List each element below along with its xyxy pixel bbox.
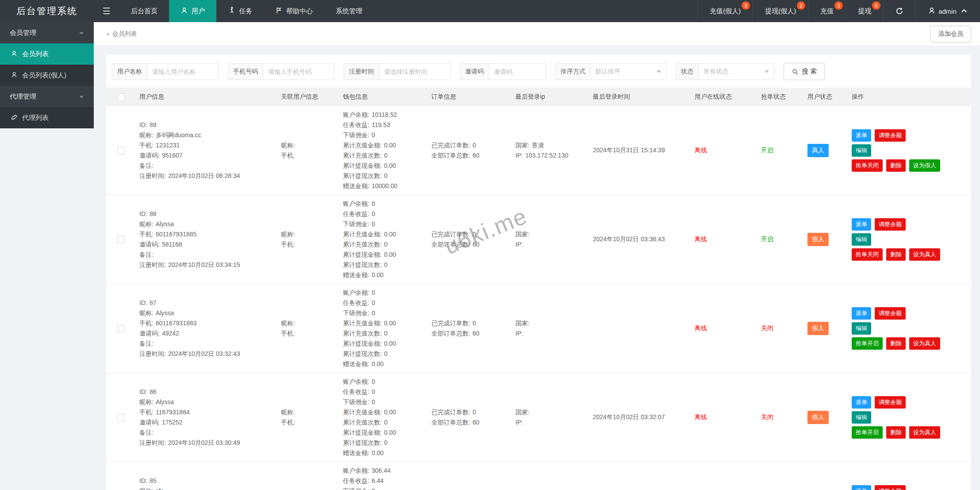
hamburger-icon[interactable]: ☰: [94, 0, 119, 22]
table-row: ID:87 昵称:Alyssa 手机:601167931883 邀请码:4924…: [106, 284, 971, 373]
adjust-balance-button[interactable]: 调整余额: [875, 218, 906, 231]
top-navbar: 后台管理系统 ☰ 后台首页 用户 任务 帮助中心 系统管理 充值(假人) 3 提…: [0, 0, 980, 22]
user-id: 85: [150, 477, 157, 484]
edit-button[interactable]: 编辑: [852, 322, 871, 335]
nav-item-users[interactable]: 用户: [169, 0, 216, 22]
wallet-balance: 0: [372, 378, 375, 385]
edit-button[interactable]: 编辑: [852, 411, 871, 424]
col-actions: 操作: [845, 93, 971, 101]
user-nickname: Alyssa: [156, 398, 174, 405]
nav-item-system[interactable]: 系统管理: [324, 0, 374, 22]
delete-button[interactable]: 删除: [886, 426, 906, 439]
breadcrumb: »会员列表: [106, 30, 137, 38]
last-ip-cell: 国家: IP:: [509, 229, 586, 250]
row-checkbox[interactable]: [117, 414, 125, 421]
wallet-recharge-count: 0: [384, 152, 388, 159]
table-row: ID:89 昵称:多码网duoma.cc 手机:1231231 邀请码:9516…: [106, 106, 971, 195]
orders-cell: 已完成订单数:0 全部订单总数:60: [425, 229, 509, 250]
invite-code-input[interactable]: [489, 64, 546, 79]
sidebar-item-member-list[interactable]: 会员列表: [0, 43, 94, 65]
user-reg-time: 2024年10月02日 03:34:15: [168, 261, 240, 268]
table-row: ID:85 昵称:sfa 手机:1167931883 邀请码:29314 备注:…: [106, 462, 971, 490]
grab-toggle-button[interactable]: 抢单开启: [852, 337, 883, 350]
user-info-cell: ID:85 昵称:sfa 手机:1167931883 邀请码:29314 备注:…: [133, 476, 274, 490]
edit-button[interactable]: 编辑: [852, 233, 871, 246]
add-member-button[interactable]: 添加会员: [930, 26, 971, 42]
user-info-cell: ID:89 昵称:多码网duoma.cc 手机:1231231 邀请码:9516…: [133, 120, 274, 181]
username-input[interactable]: [147, 64, 218, 79]
wallet-gift-amount: 0.00: [372, 271, 384, 278]
sort-select[interactable]: 默认排序: [591, 64, 666, 79]
sidebar-group-agent-mgmt[interactable]: 代理管理: [0, 86, 94, 107]
set-type-button[interactable]: 设为假人: [909, 159, 940, 172]
nav-item-tasks[interactable]: 任务: [216, 0, 264, 22]
sidebar-group-member-mgmt[interactable]: 会员管理: [0, 22, 94, 43]
dispatch-order-button[interactable]: 派单: [852, 396, 871, 409]
nav-recharge[interactable]: 充值 2: [808, 0, 845, 22]
user-invite-code: 951607: [162, 152, 183, 159]
row-checkbox[interactable]: [117, 236, 125, 243]
nav-recharge-fake[interactable]: 充值(假人) 3: [697, 0, 753, 22]
edit-button[interactable]: 编辑: [852, 144, 871, 157]
user-menu[interactable]: admin: [915, 0, 980, 22]
row-checkbox[interactable]: [117, 325, 125, 332]
nav-item-home[interactable]: 后台首页: [119, 0, 169, 22]
user-type-badge: 假人: [801, 322, 845, 335]
last-login-time: 2024年10月31日 15:14:39: [586, 147, 688, 154]
orders-cell: 已完成订单数:0 全部订单总数:60: [425, 140, 509, 161]
dispatch-order-button[interactable]: 派单: [852, 307, 871, 320]
user-invite-code: 49242: [162, 330, 179, 337]
wallet-gift-amount: 0.00: [372, 449, 384, 456]
wallet-gift-amount: 10000.00: [372, 182, 397, 189]
wallet-balance: 306.44: [372, 467, 391, 474]
wallet-task-income: 6.44: [372, 477, 384, 484]
delete-button[interactable]: 删除: [886, 337, 906, 350]
dispatch-order-button[interactable]: 派单: [852, 218, 871, 231]
sidebar: 会员管理 会员列表 会员列表(假人) 代理管理 代理列表: [0, 22, 94, 490]
dispatch-order-button[interactable]: 派单: [852, 129, 871, 142]
set-type-button[interactable]: 设为真人: [909, 337, 940, 350]
adjust-balance-button[interactable]: 调整余额: [875, 485, 906, 490]
phone-input[interactable]: [263, 64, 334, 79]
sidebar-item-member-list-fake[interactable]: 会员列表(假人): [0, 65, 94, 86]
login-ip: 103.172.52.130: [525, 152, 568, 159]
nav-item-help[interactable]: 帮助中心: [264, 0, 324, 22]
search-button[interactable]: 搜 索: [784, 63, 825, 80]
dispatch-order-button[interactable]: 派单: [852, 485, 871, 490]
delete-button[interactable]: 删除: [886, 159, 906, 172]
chevron-down-icon: [79, 94, 84, 99]
adjust-balance-button[interactable]: 调整余额: [875, 396, 906, 409]
nav-withdraw-fake[interactable]: 提现(假人) 2: [753, 0, 808, 22]
filter-invite: 邀请码: [460, 63, 546, 80]
delete-button[interactable]: 删除: [886, 248, 906, 261]
sidebar-item-agent-list[interactable]: 代理列表: [0, 107, 94, 128]
select-all-checkbox[interactable]: [117, 93, 125, 101]
wallet-sub-commission: 0: [372, 398, 375, 405]
grab-toggle-button[interactable]: 抢单开启: [852, 426, 883, 439]
orders-cell: 已完成订单数:0 全部订单总数:60: [425, 318, 509, 339]
app-title: 后台管理系统: [0, 0, 94, 22]
main-nav: 后台首页 用户 任务 帮助中心 系统管理: [119, 0, 374, 22]
set-type-button[interactable]: 设为真人: [909, 426, 940, 439]
refresh-icon[interactable]: [883, 0, 915, 22]
adjust-balance-button[interactable]: 调整余额: [875, 307, 906, 320]
wallet-cell: 账户余额:306.44 任务收益:6.44 下级佣金:0 累计充值金额:300.…: [338, 466, 425, 490]
wallet-withdraw-count: 0: [384, 439, 388, 446]
actions-cell: 派单 调整余额 编辑 抢单关闭 删除 设为假人: [845, 485, 971, 490]
search-icon: [792, 68, 799, 75]
row-checkbox[interactable]: [117, 147, 125, 154]
regtime-input[interactable]: [379, 64, 450, 79]
user-phone: 601167931885: [156, 231, 196, 238]
breadcrumb-mark: »: [106, 30, 110, 37]
status-select[interactable]: 所有状态: [699, 64, 774, 79]
orders-cell: 已完成订单数:0 全部订单总数:60: [425, 407, 509, 428]
set-type-button[interactable]: 设为真人: [909, 248, 940, 261]
nav-withdraw[interactable]: 提现 0: [845, 0, 883, 22]
adjust-balance-button[interactable]: 调整余额: [875, 129, 906, 142]
wallet-withdraw-amount: 0.00: [384, 340, 396, 347]
grab-toggle-button[interactable]: 抢单关闭: [852, 248, 883, 261]
badge-count: 0: [872, 1, 880, 10]
user-info-cell: ID:86 昵称:Alyssa 手机:1167931884 邀请码:175252…: [133, 387, 274, 448]
grab-toggle-button[interactable]: 抢单关闭: [852, 159, 883, 172]
wallet-cell: 账户余额:10118.52 任务收益:119.53 下级佣金:0 累计充值金额:…: [338, 110, 425, 191]
